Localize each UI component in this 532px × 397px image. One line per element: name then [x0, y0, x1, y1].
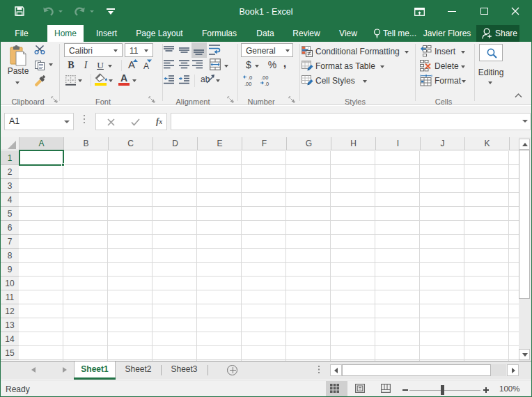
svg-text:.00: .00: [244, 81, 251, 87]
svg-text:.0: .0: [265, 81, 269, 87]
